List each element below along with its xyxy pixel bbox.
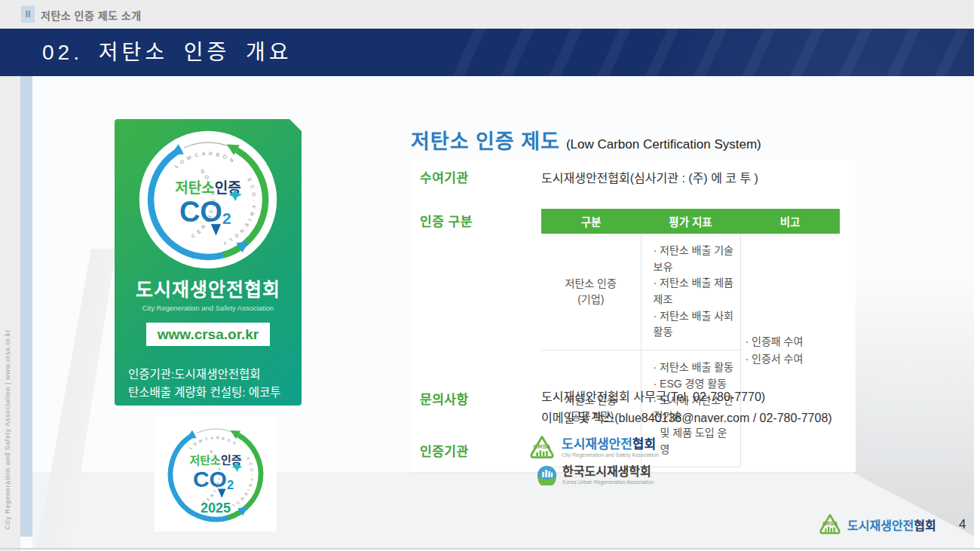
inquiry-email-line: 이메일 및 팩스(blue840136@naver.com / 02-780-7… — [541, 408, 832, 429]
badge-co2-sub: 2 — [222, 210, 231, 227]
svg-text:저탄소인증: 저탄소인증 — [189, 453, 241, 466]
badge-label-green: 저탄소 — [189, 453, 221, 466]
cell-note: · 인증패 수여 · 인증서 수여 — [740, 234, 840, 467]
certification-table: 구분 평가 지표 비고 저탄소 인증 (기업) · 저탄소 배출 기술 보유 ·… — [541, 209, 840, 467]
badge-co2-text: CO — [193, 466, 227, 491]
indicator-item-continued: 및 제품 도입 운영 — [654, 425, 736, 458]
col-header-indicators: 평가 지표 — [641, 209, 740, 234]
table-row-company: 저탄소 인증 (기업) · 저탄소 배출 기술 보유 · 저탄소 배출 제품 제… — [541, 234, 840, 350]
label-cert-org: 인증기관 — [420, 441, 469, 460]
org-crsa-name-en: City Regeneration and Safety Association — [562, 452, 659, 458]
header-map-pattern-decoration — [438, 29, 974, 76]
note-line: · 인증패 수여 — [746, 333, 804, 350]
table-header-row: 구분 평가 지표 비고 — [541, 209, 840, 234]
crsa-recycle-logo-icon: CRSA — [528, 435, 556, 461]
value-awarding-org: 도시재생안전협회(심사기관 : (주) 에 코 투 ) — [541, 168, 758, 186]
bottom-border — [0, 548, 980, 549]
left-accent-stripe — [20, 76, 32, 537]
page-title: 02. 저탄소 인증 개요 — [42, 29, 292, 76]
indicator-item: · 저탄소 배출 활동 — [654, 360, 736, 376]
crsa-abbr: CRSA — [534, 443, 551, 450]
org-crsa-name-main: 도시재생안전 — [562, 437, 632, 452]
slide-header: 02. 저탄소 인증 개요 — [0, 29, 974, 76]
indicator-item: · 저탄소 배출 사회 활동 — [654, 308, 736, 341]
certificate-org-name-en: City Regeneration and Safety Association — [115, 304, 302, 312]
col-header-note: 비고 — [740, 209, 840, 234]
cell-category-company: 저탄소 인증 (기업) — [541, 234, 641, 350]
certifying-organizations: CRSA 도시재생안전협회 City Regeneration and Safe… — [528, 435, 659, 490]
certificate-plaque: L O W C A R B O N E C O - F R I E N D L … — [115, 119, 302, 406]
left-rail: City Regeneration and Safety Association… — [0, 76, 20, 551]
label-inquiry: 문의사항 — [420, 389, 469, 408]
org-kura-name: 한국도시재생학회 — [562, 466, 654, 479]
badge-co2-sub: 2 — [227, 477, 234, 491]
kura-globe-logo-icon — [537, 465, 557, 485]
footer-org-name: 도시재생안전협회 — [847, 516, 936, 534]
crsa-abbr: CRSA — [822, 521, 838, 527]
badge-co2-text: CO — [179, 196, 222, 228]
breadcrumb: 저탄소 인증 제도 소개 — [41, 8, 142, 23]
breadcrumb-bar: II 저탄소 인증 제도 소개 — [0, 0, 980, 29]
indicator-item: · 저탄소 배출 제품 제조 — [654, 275, 736, 308]
badge-label-green: 저탄소 — [175, 180, 214, 196]
section-number-marker: II — [21, 6, 35, 23]
skyline-bars — [825, 527, 835, 532]
badge-label-navy: 인증 — [221, 453, 242, 466]
content-title-english: (Low Carbon Certification System) — [566, 137, 761, 152]
org-kura: 한국도시재생학회 Korea Urban Regeneration Associ… — [537, 465, 659, 485]
inquiry-phone-line: 도시재생안전협회 사무국(Tel. 02-780-7770) — [541, 387, 832, 408]
content-title-korean: 저탄소 인증 제도 — [411, 130, 560, 153]
footer-org-name-suffix: 협회 — [914, 519, 936, 532]
side-vertical-text: City Regeneration and Safety Association… — [4, 329, 11, 530]
svg-text:저탄소인증: 저탄소인증 — [175, 180, 240, 196]
certificate-issuer-line: 인증기관:도시재생안전협회 — [128, 366, 302, 384]
certificate-org-name: 도시재생안전협회 — [115, 274, 302, 302]
co2-2025-badge: L O W C A R B O N E C O - F R I E N D L … — [155, 416, 277, 531]
certificate-consulting-line: 탄소배출 계량화 컨설팅: 에코투(ECO2) — [128, 384, 302, 420]
content-title: 저탄소 인증 제도(Low Carbon Certification Syste… — [411, 125, 761, 155]
co2-2025-badge-icon: L O W C A R B O N E C O - F R I E N D L … — [159, 418, 272, 531]
org-kura-name-en: Korea Urban Regeneration Association — [562, 479, 654, 485]
org-crsa-name-suffix: 협회 — [632, 437, 656, 452]
label-awarding-org: 수여기관 — [420, 167, 469, 186]
footer-logo: CRSA 도시재생안전협회 — [817, 513, 936, 536]
footer-org-name-main: 도시재생안전 — [847, 519, 914, 532]
slide: II 저탄소 인증 제도 소개 02. 저탄소 인증 개요 City Regen… — [0, 0, 980, 551]
badge-year: 2025 — [201, 500, 231, 516]
category-sub: (기업) — [546, 292, 636, 308]
indicator-item: · 저탄소 배출 기술 보유 — [654, 243, 736, 275]
skyline-bars — [536, 450, 547, 456]
category-name: 저탄소 인증 — [546, 276, 636, 292]
co2-certification-badge-icon: L O W C A R B O N E C O - F R I E N D L … — [136, 128, 280, 271]
certificate-website: www.crsa.or.kr — [146, 323, 270, 346]
crsa-recycle-logo-icon: CRSA — [817, 513, 843, 536]
note-line: · 인증서 수여 — [746, 350, 804, 367]
col-header-category: 구분 — [541, 209, 641, 234]
cell-indicators-company: · 저탄소 배출 기술 보유 · 저탄소 배출 제품 제조 · 저탄소 배출 사… — [641, 234, 740, 350]
page-number: 4 — [959, 517, 966, 532]
right-margin — [974, 0, 980, 551]
org-crsa-name: 도시재생안전협회 — [562, 438, 659, 452]
label-cert-category: 인증 구분 — [420, 211, 473, 230]
org-crsa: CRSA 도시재생안전협회 City Regeneration and Safe… — [528, 435, 659, 461]
value-inquiry: 도시재생안전협회 사무국(Tel. 02-780-7770) 이메일 및 팩스(… — [541, 387, 832, 428]
folded-corner-decoration — [289, 119, 302, 131]
